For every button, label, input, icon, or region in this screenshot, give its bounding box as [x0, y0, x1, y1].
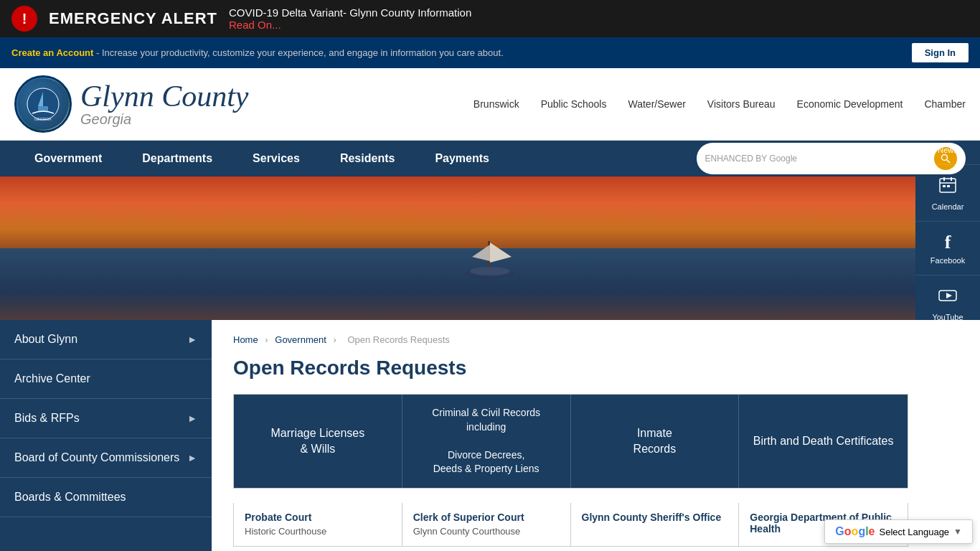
dept-sub-probate: Historic Courthouse: [245, 526, 391, 537]
emergency-icon: [11, 6, 37, 32]
social-sidebar: News Calendar f Facebook: [915, 176, 980, 320]
main-content: Home › Government › Open Records Request…: [212, 320, 980, 551]
record-label-birth-death: Birth and Death Certificates: [753, 433, 894, 449]
sidebar-item-label: Archive Center: [14, 372, 90, 385]
social-youtube[interactable]: YouTube: [915, 276, 980, 332]
emergency-bar: EMERGENCY ALERT COVID-19 Delta Variant- …: [0, 0, 980, 37]
site-header: GEORGIA Glynn County Georgia Brunswick P…: [0, 68, 980, 141]
breadcrumb-current: Open Records Requests: [347, 334, 449, 345]
nav-government[interactable]: Government: [14, 141, 122, 176]
record-dept-sheriff: Glynn County Sheriff's Office: [571, 503, 740, 546]
nav-payments[interactable]: Payments: [415, 141, 509, 176]
emergency-content: COVID-19 Delta Variant- Glynn County Inf…: [229, 6, 969, 32]
social-nextdoor[interactable]: Nextdoor: [915, 332, 980, 389]
sidebar-item-about-glynn[interactable]: About Glynn ►: [0, 320, 212, 359]
translate-dropdown-icon: ▼: [953, 527, 962, 537]
signin-button[interactable]: Sign In: [912, 43, 969, 62]
svg-rect-20: [947, 185, 950, 187]
social-news[interactable]: News: [915, 108, 980, 165]
account-bar: Create an Account - Increase your produc…: [0, 37, 980, 68]
youtube-icon: [938, 286, 958, 310]
read-on-link[interactable]: Read On...: [229, 19, 281, 31]
youtube-label: YouTube: [932, 313, 963, 321]
records-grid-2: Probate Court Historic Courthouse Clerk …: [233, 503, 908, 547]
facebook-label: Facebook: [930, 256, 965, 265]
nextdoor-svg: [938, 342, 958, 362]
logo-area[interactable]: GEORGIA Glynn County Georgia: [14, 75, 248, 133]
logo-text-area: Glynn County Georgia: [80, 81, 248, 128]
breadcrumb-sep-1: ›: [265, 334, 270, 345]
calendar-svg: [938, 175, 958, 195]
sidebar-item-boards-committees[interactable]: Boards & Committees: [0, 478, 212, 517]
breadcrumb-sep-2: ›: [333, 334, 339, 345]
google-translate-icon: Google: [835, 525, 875, 538]
nextdoor-label: Nextdoor: [932, 369, 964, 378]
emergency-headline: COVID-19 Delta Variant- Glynn County Inf…: [229, 6, 969, 19]
record-cell-inmate[interactable]: InmateRecords: [571, 395, 740, 488]
sidebar-item-bids-rfps[interactable]: Bids & RFPs ►: [0, 399, 212, 438]
sidebar-item-label: Bids & RFPs: [14, 412, 80, 425]
breadcrumb-home[interactable]: Home: [233, 334, 258, 345]
left-sidebar: About Glynn ► Archive Center Bids & RFPs…: [0, 320, 212, 551]
header-link-economic[interactable]: Economic Development: [797, 98, 903, 110]
hero-container: News Calendar f Facebook: [0, 176, 980, 320]
page-title: Open Records Requests: [233, 357, 908, 380]
svg-marker-22: [946, 293, 952, 298]
svg-rect-24: [945, 354, 951, 359]
nextdoor-icon: [938, 342, 958, 367]
sidebar-item-archive-center[interactable]: Archive Center: [0, 359, 212, 399]
nav-residents[interactable]: Residents: [320, 141, 415, 176]
calendar-icon: [938, 175, 958, 199]
breadcrumb: Home › Government › Open Records Request…: [233, 334, 908, 345]
sidebar-arrow-3: ►: [187, 452, 197, 463]
facebook-icon: f: [945, 232, 951, 253]
sidebar-item-board-commissioners[interactable]: Board of County Commissioners ►: [0, 438, 212, 478]
account-bar-left: Create an Account - Increase your produc…: [11, 47, 504, 58]
dept-name-probate: Probate Court: [245, 512, 391, 523]
sidebar-arrow-2: ►: [187, 413, 197, 424]
dept-sub-clerk: Glynn County Courthouse: [413, 526, 560, 537]
news-label: News: [938, 146, 958, 154]
records-grid: Marriage Licenses& Wills Criminal & Civi…: [233, 394, 908, 489]
create-account-link[interactable]: Create an Account: [11, 47, 93, 58]
record-dept-probate: Probate Court Historic Courthouse: [234, 503, 402, 546]
emergency-title: EMERGENCY ALERT: [49, 9, 217, 28]
nav-services[interactable]: Services: [232, 141, 320, 176]
svg-text:GEORGIA: GEORGIA: [34, 117, 52, 121]
dept-name-clerk: Clerk of Superior Court: [413, 512, 560, 523]
header-link-schools[interactable]: Public Schools: [541, 98, 607, 110]
logo-svg: GEORGIA: [25, 86, 61, 122]
hero-boat-svg: [447, 205, 533, 291]
account-bar-message: - Increase your productivity, customize …: [96, 47, 504, 58]
record-cell-birth-death[interactable]: Birth and Death Certificates: [739, 395, 908, 488]
svg-point-10: [470, 267, 510, 276]
social-calendar[interactable]: Calendar: [915, 165, 980, 222]
search-input[interactable]: [803, 153, 928, 164]
header-link-visitors[interactable]: Visitors Bureau: [707, 98, 776, 110]
record-label-inmate: InmateRecords: [633, 425, 677, 458]
translate-widget[interactable]: Google Select Language ▼: [824, 519, 973, 544]
select-language-label: Select Language: [880, 527, 950, 537]
sidebar-item-label: Board of County Commissioners: [14, 451, 179, 464]
header-link-brunswick[interactable]: Brunswick: [473, 98, 519, 110]
search-label: ENHANCED BY Google: [705, 154, 798, 164]
social-facebook[interactable]: f Facebook: [915, 222, 980, 276]
nav-departments[interactable]: Departments: [122, 141, 232, 176]
youtube-svg: [938, 286, 958, 306]
svg-marker-8: [490, 242, 512, 263]
record-cell-civil[interactable]: Criminal & Civil Records includingDivorc…: [402, 395, 571, 488]
main-nav: Government Departments Services Resident…: [0, 141, 980, 176]
svg-rect-19: [943, 185, 946, 187]
news-svg: [938, 118, 958, 138]
record-label-civil: Criminal & Civil Records includingDivorc…: [411, 406, 562, 476]
header-link-water[interactable]: Water/Sewer: [628, 98, 685, 110]
sidebar-item-label: About Glynn: [14, 333, 77, 346]
logo-circle: GEORGIA: [14, 75, 72, 133]
breadcrumb-government[interactable]: Government: [275, 334, 326, 345]
calendar-label: Calendar: [932, 202, 964, 211]
content-wrapper: About Glynn ► Archive Center Bids & RFPs…: [0, 320, 980, 551]
nav-items: Government Departments Services Resident…: [14, 141, 697, 176]
record-cell-marriage[interactable]: Marriage Licenses& Wills: [234, 395, 402, 488]
header-links: Brunswick Public Schools Water/Sewer Vis…: [248, 98, 966, 110]
logo-circle-inner: GEORGIA: [17, 78, 69, 130]
